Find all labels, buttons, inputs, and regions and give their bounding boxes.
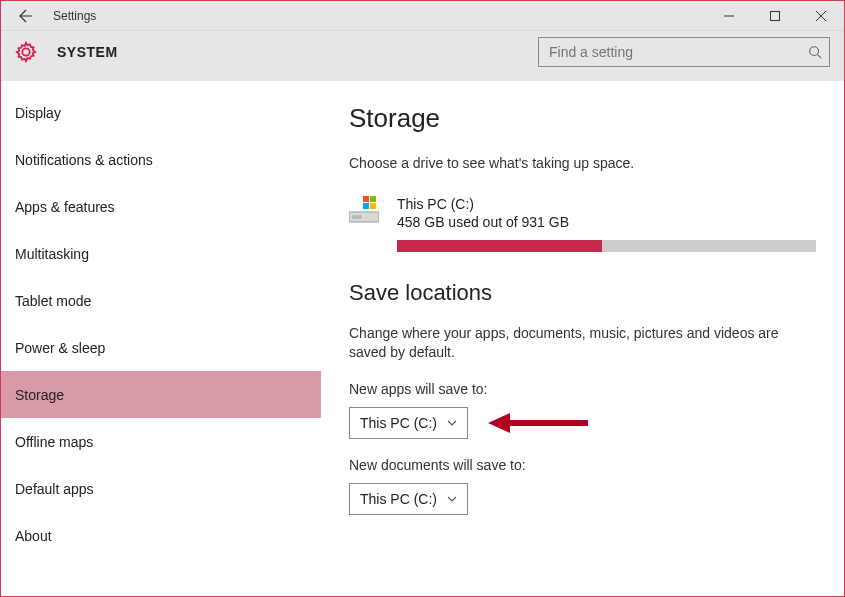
svg-line-5 xyxy=(818,55,822,59)
settings-window: Settings SYSTEM Display Notific xyxy=(0,0,845,597)
sidebar-item-apps-features[interactable]: Apps & features xyxy=(1,183,321,230)
sidebar-item-label: Default apps xyxy=(15,481,94,497)
svg-rect-1 xyxy=(771,11,780,20)
sidebar-item-label: Power & sleep xyxy=(15,340,105,356)
header: SYSTEM xyxy=(1,31,844,81)
save-docs-dropdown[interactable]: This PC (C:) xyxy=(349,483,468,515)
sidebar-item-about[interactable]: About xyxy=(1,512,321,559)
window-title: Settings xyxy=(53,9,96,23)
dropdown-value: This PC (C:) xyxy=(360,491,437,507)
sidebar-item-label: Apps & features xyxy=(15,199,115,215)
svg-rect-11 xyxy=(352,215,362,219)
sidebar-item-notifications[interactable]: Notifications & actions xyxy=(1,136,321,183)
svg-rect-6 xyxy=(363,196,369,202)
svg-rect-7 xyxy=(370,196,376,202)
save-apps-label: New apps will save to: xyxy=(349,381,816,397)
sidebar-item-label: Display xyxy=(15,105,61,121)
svg-rect-9 xyxy=(370,203,376,209)
close-button[interactable] xyxy=(798,1,844,31)
content: Storage Choose a drive to see what's tak… xyxy=(321,81,844,596)
sidebar-item-default-apps[interactable]: Default apps xyxy=(1,465,321,512)
usage-bar xyxy=(397,240,816,252)
minimize-icon xyxy=(724,11,734,21)
maximize-button[interactable] xyxy=(752,1,798,31)
sidebar-item-power-sleep[interactable]: Power & sleep xyxy=(1,324,321,371)
minimize-button[interactable] xyxy=(706,1,752,31)
maximize-icon xyxy=(770,11,780,21)
svg-rect-8 xyxy=(363,203,369,209)
sidebar-item-label: About xyxy=(15,528,52,544)
body: Display Notifications & actions Apps & f… xyxy=(1,81,844,596)
drive-info: This PC (C:) 458 GB used out of 931 GB xyxy=(397,196,816,252)
drive-name: This PC (C:) xyxy=(397,196,816,212)
svg-marker-13 xyxy=(488,413,510,433)
sidebar: Display Notifications & actions Apps & f… xyxy=(1,81,321,596)
search-wrap xyxy=(538,37,830,67)
drive-icon xyxy=(349,196,379,224)
save-docs-label: New documents will save to: xyxy=(349,457,816,473)
sidebar-item-label: Offline maps xyxy=(15,434,93,450)
arrow-left-icon xyxy=(16,8,32,24)
chevron-down-icon xyxy=(447,418,457,428)
page-heading: Storage xyxy=(349,103,816,134)
save-locations-heading: Save locations xyxy=(349,280,816,306)
save-locations-lead: Change where your apps, documents, music… xyxy=(349,324,816,363)
close-icon xyxy=(816,11,826,21)
sidebar-item-label: Storage xyxy=(15,387,64,403)
storage-lead: Choose a drive to see what's taking up s… xyxy=(349,154,816,174)
drive-usage: 458 GB used out of 931 GB xyxy=(397,214,816,230)
sidebar-item-offline-maps[interactable]: Offline maps xyxy=(1,418,321,465)
search-input[interactable] xyxy=(538,37,830,67)
sidebar-item-label: Multitasking xyxy=(15,246,89,262)
chevron-down-icon xyxy=(447,494,457,504)
sidebar-item-label: Notifications & actions xyxy=(15,152,153,168)
gear-icon xyxy=(15,41,37,63)
back-button[interactable] xyxy=(1,1,47,31)
sidebar-item-label: Tablet mode xyxy=(15,293,91,309)
system-label: SYSTEM xyxy=(57,44,118,60)
svg-point-4 xyxy=(810,47,819,56)
usage-bar-fill xyxy=(397,240,602,252)
dropdown-value: This PC (C:) xyxy=(360,415,437,431)
drive-row[interactable]: This PC (C:) 458 GB used out of 931 GB xyxy=(349,196,816,252)
sidebar-item-tablet-mode[interactable]: Tablet mode xyxy=(1,277,321,324)
annotation-arrow-icon xyxy=(488,408,588,438)
search-icon xyxy=(808,45,822,59)
sidebar-item-multitasking[interactable]: Multitasking xyxy=(1,230,321,277)
sidebar-item-storage[interactable]: Storage xyxy=(1,371,321,418)
sidebar-item-display[interactable]: Display xyxy=(1,89,321,136)
save-apps-dropdown[interactable]: This PC (C:) xyxy=(349,407,468,439)
titlebar: Settings xyxy=(1,1,844,31)
